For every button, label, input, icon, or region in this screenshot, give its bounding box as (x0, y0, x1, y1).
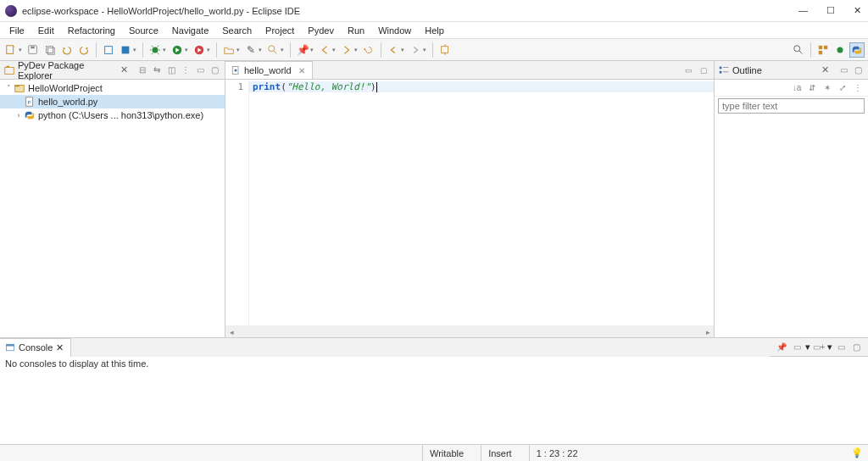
dropdown-icon[interactable]: ▾ (332, 47, 336, 53)
collapse-all-icon[interactable]: ⊟ (136, 64, 149, 77)
sort-icon[interactable]: ↓a (790, 81, 804, 95)
pin-icon[interactable]: 📌 (295, 42, 310, 58)
debug-icon[interactable] (147, 42, 163, 58)
stop-icon[interactable] (118, 42, 133, 58)
link-editor-icon[interactable]: ⇆ (150, 64, 164, 77)
menu-run[interactable]: Run (342, 24, 370, 37)
dropdown-icon[interactable]: ▾ (19, 47, 22, 53)
dropdown-icon[interactable]: ▾ (185, 47, 188, 53)
tree-interpreter[interactable]: › python (C:\Users ... hon313\python.exe… (0, 108, 225, 122)
menu-help[interactable]: Help (419, 24, 450, 37)
tip-icon[interactable]: 💡 (851, 447, 863, 458)
collapse-icon[interactable]: ⤢ (836, 81, 849, 95)
package-tree[interactable]: ˅ HelloWorldProject P hello_world.py › p… (0, 80, 225, 337)
console-tab[interactable]: Console ✕ (0, 338, 71, 357)
dropdown-icon[interactable]: ▾ (310, 47, 314, 53)
expand-icon[interactable]: ✶ (821, 81, 834, 95)
svg-rect-14 (824, 45, 827, 48)
coverage-icon[interactable] (192, 42, 207, 58)
dropdown-icon[interactable]: ▾ (259, 47, 262, 53)
dropdown-icon[interactable]: ▾ (423, 47, 426, 53)
minimize-panel-icon[interactable]: ▭ (834, 341, 848, 354)
menu-project[interactable]: Project (259, 24, 300, 37)
view-menu-icon[interactable]: ⋮ (851, 81, 865, 95)
scroll-track[interactable] (237, 328, 702, 336)
menu-navigate[interactable]: Navigate (166, 24, 214, 37)
close-button[interactable]: ✕ (852, 5, 863, 16)
undo-icon[interactable] (59, 42, 75, 58)
horizontal-scrollbar[interactable]: ◂ ▸ (225, 325, 714, 337)
dropdown-icon[interactable]: ▾ (133, 47, 136, 53)
python-perspective-icon[interactable] (849, 42, 865, 58)
box-icon[interactable] (101, 42, 116, 58)
filter-fields-icon[interactable]: ⇵ (805, 81, 819, 95)
expand-toggle-icon[interactable]: ˅ (3, 84, 14, 92)
python-file-icon: P (24, 96, 36, 108)
maximize-editor-icon[interactable]: ▢ (697, 64, 710, 76)
menu-window[interactable]: Window (372, 24, 417, 37)
search-icon[interactable] (791, 42, 806, 58)
python-interpreter-icon (24, 109, 36, 121)
last-edit-icon[interactable] (361, 42, 376, 58)
maximize-button[interactable]: ☐ (825, 5, 837, 16)
close-icon[interactable]: ✕ (298, 66, 305, 75)
menu-source[interactable]: Source (123, 24, 164, 37)
expand-toggle-icon[interactable]: › (14, 111, 24, 119)
save-all-icon[interactable] (42, 42, 58, 58)
menu-edit[interactable]: Edit (32, 24, 60, 37)
menu-file[interactable]: File (3, 24, 31, 37)
scroll-right-icon[interactable]: ▸ (702, 328, 714, 336)
dropdown-icon[interactable]: ▾ (827, 342, 832, 353)
pin-console-icon[interactable]: 📌 (775, 341, 788, 354)
search-file-icon[interactable] (265, 42, 281, 58)
minimize-editor-icon[interactable]: ▭ (682, 64, 695, 76)
redo-icon[interactable] (76, 42, 92, 58)
code-area[interactable]: print("Hello, World!") (249, 80, 714, 325)
debug-perspective-icon[interactable] (832, 42, 848, 58)
dropdown-icon[interactable]: ▾ (805, 342, 810, 353)
run-icon[interactable] (170, 42, 185, 58)
menu-refactoring[interactable]: Refactoring (62, 24, 121, 37)
outline-filter-input[interactable] (718, 98, 865, 114)
display-console-icon[interactable]: ▭ (790, 341, 804, 354)
pin-editor-icon[interactable] (437, 42, 453, 58)
save-icon[interactable] (25, 42, 41, 58)
wand-icon[interactable]: ✎ (243, 42, 259, 58)
editor-tab-active[interactable]: hello_world ✕ (225, 61, 313, 79)
close-icon[interactable]: ✕ (56, 342, 64, 353)
next-edit-icon[interactable] (339, 42, 354, 58)
minimize-panel-icon[interactable]: ▭ (837, 64, 850, 77)
svg-rect-2 (31, 46, 34, 48)
dropdown-icon[interactable]: ▾ (207, 47, 210, 53)
minimize-button[interactable]: — (797, 5, 810, 16)
package-explorer-title: PyDev Package Explorer (18, 60, 118, 81)
back-icon[interactable] (386, 42, 401, 58)
prev-edit-icon[interactable] (317, 42, 332, 58)
maximize-panel-icon[interactable]: ▢ (208, 64, 221, 77)
open-perspective-icon[interactable] (815, 42, 831, 58)
working-sets-icon[interactable]: ◫ (164, 64, 178, 77)
forward-icon[interactable] (408, 42, 423, 58)
minimize-panel-icon[interactable]: ▭ (193, 64, 207, 77)
tree-file-selected[interactable]: P hello_world.py (0, 95, 225, 108)
new-icon[interactable] (3, 42, 19, 58)
tree-project[interactable]: ˅ HelloWorldProject (0, 81, 225, 95)
menu-search[interactable]: Search (216, 24, 258, 37)
maximize-panel-icon[interactable]: ▢ (849, 341, 863, 354)
new-folder-icon[interactable] (221, 42, 236, 58)
dropdown-icon[interactable]: ▾ (281, 47, 284, 53)
dropdown-icon[interactable]: ▾ (236, 47, 240, 53)
new-console-icon[interactable]: ▭+ (812, 341, 826, 354)
dropdown-icon[interactable]: ▾ (354, 47, 358, 53)
scroll-left-icon[interactable]: ◂ (225, 328, 237, 336)
svg-rect-3 (47, 46, 53, 53)
close-icon[interactable]: ✕ (819, 64, 832, 75)
svg-text:P: P (27, 99, 31, 105)
close-icon[interactable]: ✕ (118, 64, 131, 75)
view-menu-icon[interactable]: ⋮ (179, 64, 192, 77)
menu-pydev[interactable]: Pydev (302, 24, 340, 37)
editor-body[interactable]: 1 print("Hello, World!") (225, 80, 714, 325)
maximize-panel-icon[interactable]: ▢ (851, 64, 865, 77)
dropdown-icon[interactable]: ▾ (401, 47, 404, 53)
dropdown-icon[interactable]: ▾ (163, 47, 166, 53)
